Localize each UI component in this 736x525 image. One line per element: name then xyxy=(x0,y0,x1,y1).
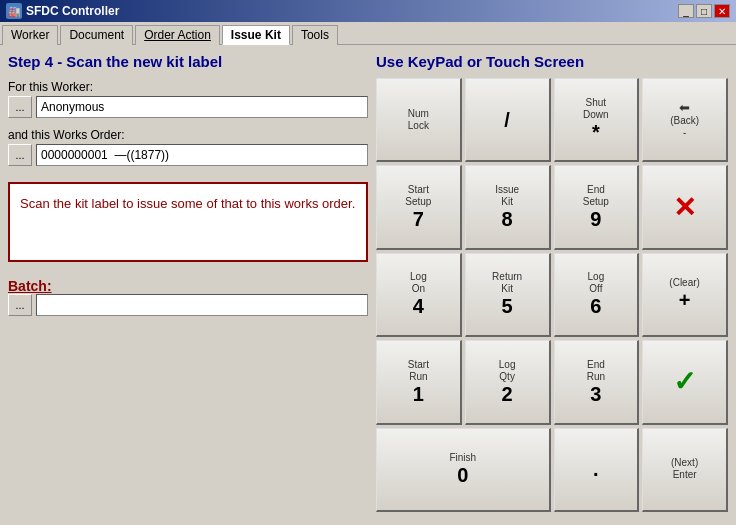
key-0[interactable]: Finish 0 xyxy=(376,428,551,512)
minimize-button[interactable]: _ xyxy=(678,4,694,18)
tab-issue-kit[interactable]: Issue Kit xyxy=(222,25,290,45)
window-title: SFDC Controller xyxy=(26,4,119,18)
app-icon: 🏭 xyxy=(6,3,22,19)
key-7[interactable]: StartSetup 7 xyxy=(376,165,462,249)
key-8[interactable]: IssueKit 8 xyxy=(465,165,551,249)
key-numlock[interactable]: NumLock xyxy=(376,78,462,162)
window-controls: _ □ ✕ xyxy=(678,4,730,18)
batch-field-row: ... xyxy=(8,294,368,316)
batch-input[interactable] xyxy=(36,294,368,316)
key-back[interactable]: ⬅ (Back) - xyxy=(642,78,728,162)
key-6[interactable]: LogOff 6 xyxy=(554,253,640,337)
maximize-button[interactable]: □ xyxy=(696,4,712,18)
worker-label: For this Worker: xyxy=(8,80,368,94)
worker-field-row: ... xyxy=(8,96,368,118)
left-panel: Step 4 - Scan the new kit label For this… xyxy=(8,53,368,512)
key-delete[interactable]: ✕ xyxy=(642,165,728,249)
tab-document[interactable]: Document xyxy=(60,25,133,45)
key-dot[interactable]: . xyxy=(554,428,640,512)
key-2[interactable]: LogQty 2 xyxy=(465,340,551,424)
title-bar: 🏭 SFDC Controller _ □ ✕ xyxy=(0,0,736,22)
batch-section: Batch: ... xyxy=(8,274,368,320)
key-9[interactable]: EndSetup 9 xyxy=(554,165,640,249)
right-panel: Use KeyPad or Touch Screen NumLock / Shu… xyxy=(376,53,728,512)
key-1[interactable]: StartRun 1 xyxy=(376,340,462,424)
worker-section: For this Worker: ... xyxy=(8,80,368,122)
order-browse-button[interactable]: ... xyxy=(8,144,32,166)
order-label: and this Works Order: xyxy=(8,128,368,142)
close-button[interactable]: ✕ xyxy=(714,4,730,18)
batch-label: Batch: xyxy=(8,278,368,294)
key-slash[interactable]: / xyxy=(465,78,551,162)
keypad-grid: NumLock / ShutDown * ⬅ (Back) - StartSet… xyxy=(376,78,728,512)
main-content: Step 4 - Scan the new kit label For this… xyxy=(0,45,736,520)
key-enter[interactable]: ✓ xyxy=(642,340,728,424)
keypad-title: Use KeyPad or Touch Screen xyxy=(376,53,728,70)
key-3[interactable]: EndRun 3 xyxy=(554,340,640,424)
batch-browse-button[interactable]: ... xyxy=(8,294,32,316)
order-section: and this Works Order: ... xyxy=(8,128,368,170)
key-next[interactable]: (Next)Enter xyxy=(642,428,728,512)
tab-order-action[interactable]: Order Action xyxy=(135,25,220,45)
tab-bar: Worker Document Order Action Issue Kit T… xyxy=(0,22,736,45)
worker-browse-button[interactable]: ... xyxy=(8,96,32,118)
step-title: Step 4 - Scan the new kit label xyxy=(8,53,368,70)
key-5[interactable]: ReturnKit 5 xyxy=(465,253,551,337)
tab-tools[interactable]: Tools xyxy=(292,25,338,45)
key-clear[interactable]: (Clear) + xyxy=(642,253,728,337)
worker-input[interactable] xyxy=(36,96,368,118)
key-shutdown[interactable]: ShutDown * xyxy=(554,78,640,162)
tab-worker[interactable]: Worker xyxy=(2,25,58,45)
key-4[interactable]: LogOn 4 xyxy=(376,253,462,337)
order-input[interactable] xyxy=(36,144,368,166)
order-field-row: ... xyxy=(8,144,368,166)
instruction-message: Scan the kit label to issue some of that… xyxy=(8,182,368,262)
